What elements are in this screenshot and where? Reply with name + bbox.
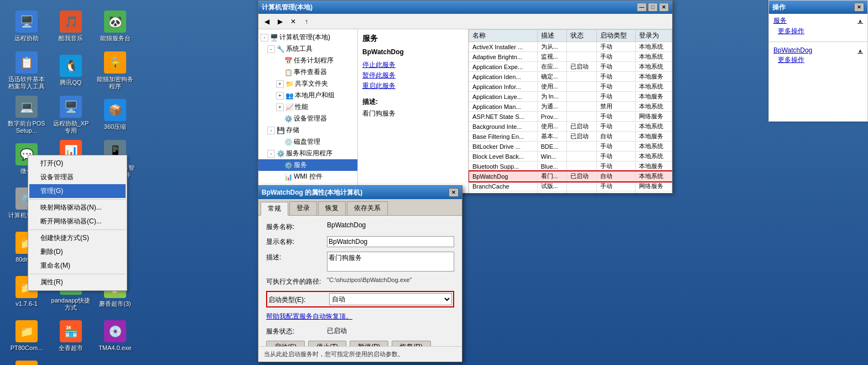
ops-services-label[interactable]: 服务 ▲ (773, 16, 863, 25)
tree-disk[interactable]: 💿 磁盘管理 (258, 136, 357, 148)
table-row[interactable]: Bluetooth Supp...Blue...手动本地服务 (469, 161, 672, 171)
col-desc[interactable]: 描述 (537, 30, 567, 42)
tree-icon-wmi: 📊 (284, 173, 293, 181)
tree-storage[interactable]: - 💾 存储 (258, 124, 357, 136)
table-row[interactable]: Application Iden...确定...手动本地服务 (469, 72, 672, 82)
tree-expander-perf[interactable]: + (276, 103, 284, 111)
ctx-disconnect[interactable]: 断开网络驱动器(C)... (29, 215, 126, 228)
icon-xp[interactable]: 🖥️ 远程协助_XP专用 (49, 93, 93, 137)
table-row[interactable]: Block Level Back...Win...手动本地系统 (469, 152, 672, 161)
maximize-btn[interactable]: □ (648, 3, 658, 12)
forward-btn[interactable]: ▶ (274, 15, 286, 28)
tree-root[interactable]: - 🖥️ 计算机管理(本地) (258, 32, 357, 43)
icon-nengda[interactable]: 🐼 能猫服务台 (93, 4, 137, 49)
tree-device-mgr[interactable]: ⚙️ 设备管理器 (258, 113, 357, 124)
tab-login[interactable]: 登录 (289, 201, 317, 215)
tree-svc-apps[interactable]: - ⚙️ 服务和应用程序 (258, 148, 357, 159)
icon-digital[interactable]: 💻 数字前台POSSetup... (4, 93, 49, 137)
context-menu: 打开(O) 设备管理器 管理(G) 映射网络驱动器(N)... 断开网络驱动器(… (28, 155, 127, 291)
icon-pt80com[interactable]: 📁 PT80Com... (4, 314, 49, 358)
ctx-map-drive[interactable]: 映射网络驱动器(N)... (29, 201, 126, 215)
back-btn[interactable]: ◀ (261, 15, 273, 28)
table-row[interactable]: BitLocker Drive ...BDE...手动本地系统 (469, 142, 672, 152)
icon-qq[interactable]: 🐧 腾讯QQ (49, 49, 93, 93)
table-row[interactable]: Application Laye...为 In...手动本地服务 (469, 92, 672, 102)
tree-sys-tools[interactable]: - 🔧 系统工具 (258, 43, 357, 55)
tree-local-users[interactable]: + 👥 本地用户和组 (258, 90, 357, 101)
icon-music[interactable]: 🎵 酷我音乐 (49, 4, 93, 49)
tree-wmi[interactable]: 📊 WMI 控件 (258, 171, 357, 182)
tree-services[interactable]: ⚙️ 服务 (258, 159, 357, 171)
table-row[interactable]: BpWatchDog看门...已启动自动本地系统 (469, 171, 672, 181)
dialog-close-btn[interactable]: ✕ (449, 188, 459, 197)
tree-expander-users[interactable]: + (276, 92, 284, 100)
minimize-btn[interactable]: — (637, 3, 647, 12)
ops-more-actions-2[interactable]: 更多操作 (773, 54, 863, 66)
tab-recovery[interactable]: 恢复 (318, 201, 346, 215)
ops-close-btn[interactable]: ✕ (854, 3, 864, 12)
tree-shared[interactable]: + 📁 共享文件夹 (258, 78, 357, 90)
tab-deps[interactable]: 依存关系 (347, 201, 388, 215)
ops-more-actions-1[interactable]: 更多操作 (773, 25, 863, 37)
icon-sxrj[interactable]: 📋 迅迅软件基本档案导入工具 (4, 49, 49, 93)
table-row[interactable]: Certificate Propa...将用...手动本地系统 (469, 191, 672, 194)
tree-label-disk: 磁盘管理 (294, 137, 320, 147)
col-login[interactable]: 登录为 (636, 30, 672, 42)
ctx-delete[interactable]: 删除(D) (29, 245, 126, 259)
col-name[interactable]: 名称 (469, 30, 538, 42)
pause-btn[interactable]: 暂停(P) (350, 341, 388, 346)
startup-type-select[interactable]: 自动手动禁用 (329, 293, 452, 305)
col-startup[interactable]: 启动类型 (596, 30, 636, 42)
pause-service-link[interactable]: 暂停此服务 (362, 71, 464, 80)
start-btn[interactable]: 启动(S) (266, 341, 305, 346)
table-cell-login: 本地服务 (636, 92, 672, 102)
icon-yuancheng[interactable]: 🖥️ 远程协助 (4, 4, 49, 49)
table-row[interactable]: Adaptive Brightn...监视...手动本地系统 (469, 52, 672, 62)
up-btn[interactable]: ↑ (300, 15, 313, 28)
stop-btn[interactable]: ✕ (287, 15, 299, 28)
table-row[interactable]: ActiveX Installer ...为从...手动本地系统 (469, 42, 672, 52)
table-row[interactable]: BranchCache试版...手动网络服务 (469, 181, 672, 191)
tab-general[interactable]: 常规 (261, 202, 288, 216)
table-cell-status: 已启动 (567, 122, 596, 132)
stop-service-link[interactable]: 停止此服务 (362, 60, 464, 70)
form-row-desc: 描述: (266, 252, 454, 272)
resume-btn[interactable]: 恢复(R) (392, 341, 431, 346)
tree-expander-svc[interactable]: - (267, 150, 275, 158)
table-row[interactable]: Application Expe...在应...已启动手动本地系统 (469, 62, 672, 72)
tree-perf[interactable]: + 📈 性能 (258, 101, 357, 113)
icon-quanxiang[interactable]: 🏪 全香超市 (49, 314, 93, 358)
table-row[interactable]: Base Filtering En...基本...已启动自动本地服务 (469, 132, 672, 142)
ctx-rename[interactable]: 重命名(M) (29, 259, 126, 273)
ctx-properties[interactable]: 属性(R) (29, 275, 126, 289)
tree-expander-shared[interactable]: + (276, 80, 284, 88)
ctx-shortcut[interactable]: 创建快捷方式(S) (29, 231, 126, 245)
restart-service-link[interactable]: 重启此服务 (362, 81, 464, 91)
col-status[interactable]: 状态 (567, 30, 596, 42)
tree-event[interactable]: 📋 事件查看器 (258, 66, 357, 78)
table-row[interactable]: Background Inte...使用...已启动手动本地系统 (469, 122, 672, 132)
tree-expander-storage[interactable]: - (267, 127, 275, 134)
table-row[interactable]: Application Infor...使用...手动本地系统 (469, 82, 672, 92)
tree-expander-root[interactable]: - (261, 34, 268, 41)
icon-xiangri[interactable]: 🌻 向日葵 (4, 358, 49, 365)
ctx-device-mgr[interactable]: 设备管理器 (29, 170, 126, 184)
startup-type-label: 启动类型(E): (268, 294, 329, 305)
table-row[interactable]: Application Man...为通...禁用本地系统 (469, 102, 672, 112)
desc-textarea[interactable] (327, 252, 454, 272)
table-cell-desc: 监视... (537, 52, 567, 62)
tree-task-sched[interactable]: 📅 任务计划程序 (258, 55, 357, 66)
ctx-manage[interactable]: 管理(G) (29, 184, 126, 198)
displayname-input[interactable] (327, 236, 454, 247)
ops-bpwatchdog-label[interactable]: BpWatchDog ▲ (773, 46, 863, 54)
close-btn[interactable]: ✕ (659, 3, 669, 12)
table-row[interactable]: ASP.NET State S...Prov...手动网络服务 (469, 112, 672, 122)
ctx-open[interactable]: 打开(O) (29, 157, 126, 170)
stop-btn[interactable]: 停止(T) (308, 341, 346, 346)
tree-expander-sys[interactable]: - (267, 45, 275, 53)
icon-tma40[interactable]: 💿 TMA4.0.exe (93, 314, 137, 358)
icon-lock[interactable]: 🔒 能猫加密狗务程序 (93, 49, 137, 93)
icon-360[interactable]: 📦 360压缩 (93, 93, 137, 137)
ops-titlebar-btns: ✕ (854, 3, 864, 12)
help-link[interactable]: 帮助我配置服务自动恢复顶。 (266, 312, 454, 321)
